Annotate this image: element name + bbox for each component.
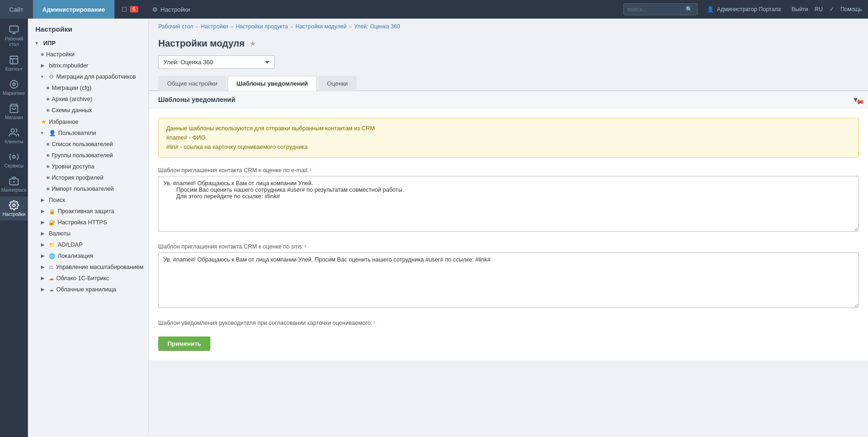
tab-general[interactable]: Общие настройки [158, 76, 226, 91]
sidebar-item-marketing[interactable]: Маркетинг [0, 75, 28, 100]
tree-label-bitrix-cloud: Облако 1С-Битрикс [56, 275, 109, 282]
tree-item-https[interactable]: ▶ 🔐 Настройка HTTPS [28, 217, 148, 228]
tree-dot-user-groups [47, 154, 49, 157]
email-textarea[interactable]: Ув. #name#! Обращаюсь к Вам от лица комп… [158, 176, 859, 232]
tree-item-search[interactable]: ▶ Поиск [28, 195, 148, 206]
manager-required-star: ¹ [373, 320, 375, 326]
search-input[interactable] [627, 6, 683, 13]
apply-button[interactable]: Применить [158, 336, 210, 351]
tree-item-localization[interactable]: ▶ 🌐 Локализация [28, 250, 148, 262]
tree-item-currencies[interactable]: ▶ Валюты [28, 228, 148, 239]
module-dropdown-wrapper: Улей: Оценка 360 [158, 55, 859, 69]
module-select[interactable]: Улей: Оценка 360 [158, 55, 275, 69]
tree-label-https: Настройка HTTPS [58, 219, 107, 226]
settings-link[interactable]: ⚙ Настройки [145, 0, 197, 19]
tree-item-favorites[interactable]: ★ Избранное [28, 116, 148, 128]
tree-dot-archive [47, 98, 49, 101]
tree-item-user-groups[interactable]: Группы пользователей [28, 150, 148, 161]
email-form-group: Шаблон приглашения контакта CRM к оценке… [158, 167, 859, 233]
tree-item-cloud-storage[interactable]: ▶ ☁ Облачные хранилища [28, 284, 148, 295]
info-box: Данные шаблоны используются для отправки… [158, 118, 859, 158]
tree-label-scaling: Управление масштабированием [56, 264, 143, 270]
sms-required-star: ² [304, 244, 306, 249]
site-tab[interactable]: Сайт [0, 0, 33, 19]
tree-item-migrations-cfg[interactable]: Миграции (cfg) [28, 82, 148, 94]
sidebar-item-services[interactable]: Сервисы [0, 148, 28, 172]
tree-item-archive[interactable]: Архив (archive) [28, 94, 148, 105]
sidebar-item-settings[interactable]: Настройки [0, 196, 28, 221]
sidebar-icon-label-clients: Клиенты [5, 139, 23, 144]
tree-label-schema: Схемы данных [52, 107, 92, 114]
notifications-link[interactable]: ☐ 5 [114, 0, 145, 19]
admin-tab[interactable]: Администрирование [33, 0, 114, 19]
tree-arrow-cloud-storage: ▶ [41, 287, 47, 292]
user-menu[interactable]: 👤 Администратор Портала [702, 6, 785, 13]
breadcrumb-sep-2: » [230, 24, 233, 29]
breadcrumb-current[interactable]: Улей: Оценка 360 [354, 23, 400, 30]
info-line3: #lin# - ссылка на карточку оцениваемого … [166, 142, 851, 152]
breadcrumb-settings[interactable]: Настройки [201, 23, 228, 30]
tab-notifications[interactable]: Шаблоны уведомлений [228, 76, 317, 91]
tree-item-schema[interactable]: Схемы данных [28, 105, 148, 116]
sidebar-item-marketplace[interactable]: Marketplace [0, 172, 28, 196]
breadcrumb-product-settings[interactable]: Настройки продукта [236, 23, 288, 30]
tree-icon-scaling: ⚖ [49, 264, 54, 270]
tree-item-ipr[interactable]: ▾ ИПР [28, 38, 148, 49]
tree-item-import-users[interactable]: Импорт пользователей [28, 183, 148, 195]
svg-point-14 [13, 204, 15, 207]
info-line1: Данные шаблоны используются для отправки… [166, 124, 851, 133]
tree-arrow-scaling: ▶ [41, 264, 47, 270]
tree-arrow-bitrix-cloud: ▶ [41, 276, 47, 281]
star-icon-favorites: ★ [41, 118, 47, 125]
tree-item-scaling[interactable]: ▶ ⚖ Управление масштабированием [28, 262, 148, 273]
tree-item-adldap[interactable]: ▶ 📁 AD/LDAP [28, 239, 148, 250]
breadcrumb-sep-3: » [290, 24, 293, 29]
tree-arrow-migrations: ▾ [41, 74, 47, 80]
tab-reviews[interactable]: Оценки [318, 76, 357, 91]
tree-item-bitrix-cloud[interactable]: ▶ ☁ Облако 1С-Битрикс [28, 273, 148, 284]
sidebar-item-desktop[interactable]: Рабочий стол [0, 21, 28, 51]
sidebar-icon-label-settings: Настройки [2, 212, 25, 217]
tree-arrow-ipr: ▾ [35, 40, 41, 46]
tree-item-nastroiki[interactable]: Настройки [28, 49, 148, 60]
search-icon: 🔍 [686, 6, 693, 13]
breadcrumb-module-settings[interactable]: Настройки модулей [296, 23, 347, 30]
tree-dot-user-list [47, 143, 49, 146]
info-line2: #name# - ФИО [166, 133, 851, 142]
tree-item-user-list[interactable]: Список пользователей [28, 139, 148, 150]
tree-icon-https: 🔐 [49, 220, 55, 226]
email-label: Шаблон приглашения контакта CRM к оценке… [158, 167, 859, 174]
tree-label-access-levels: Уровни доступа [52, 163, 94, 170]
sms-textarea[interactable]: Ув. #name#! Обращаюсь к Вам от лица комп… [158, 252, 859, 308]
tree-item-profile-history[interactable]: История профилей [28, 172, 148, 183]
page-header: Настройки модуля ★ [149, 34, 868, 55]
tree-label-cloud-storage: Облачные хранилища [56, 286, 116, 293]
tree-item-mpbuilder[interactable]: ▶ bitrix.mpbuilder [28, 60, 148, 71]
tree-icon-cloud-storage: ☁ [49, 287, 54, 293]
tree-item-migrations[interactable]: ▾ ⚙ Миграции для разработчиков [28, 71, 148, 82]
lang-selector[interactable]: RU [812, 6, 825, 13]
tree-item-users[interactable]: ▾ 👤 Пользователи [28, 128, 148, 139]
tree-dot-nastroiki [41, 53, 44, 56]
manager-label: Шаблон уведомления руководителя при согл… [158, 320, 859, 326]
tree-arrow-users: ▾ [41, 130, 47, 136]
sidebar-item-clients[interactable]: Клиенты [0, 124, 28, 148]
sidebar-item-shop[interactable]: Магазин [0, 100, 28, 124]
svg-rect-3 [10, 56, 18, 64]
user-icon: 👤 [707, 6, 714, 13]
sidebar-item-content[interactable]: Контент [0, 51, 28, 75]
tree-label-migrations-cfg: Миграции (cfg) [52, 85, 91, 91]
tree-item-proactive[interactable]: ▶ 🔒 Проактивная защита [28, 206, 148, 217]
tree-label-search: Поиск [49, 197, 65, 203]
tree-dot-migrations-cfg [47, 87, 49, 89]
tree-item-access-levels[interactable]: Уровни доступа [28, 161, 148, 172]
sidebar-icon-label-shop: Магазин [5, 115, 23, 120]
email-required-star: ¹ [310, 168, 311, 173]
breadcrumb-desktop[interactable]: Рабочий стол [158, 23, 193, 30]
favorite-star-icon[interactable]: ★ [249, 39, 256, 48]
breadcrumb-sep-1: » [195, 24, 198, 29]
help-link[interactable]: Помощь [838, 6, 864, 13]
tree-arrow-currencies: ▶ [41, 231, 47, 236]
logout-link[interactable]: Выйти [789, 6, 811, 13]
tree-arrow-https: ▶ [41, 220, 47, 225]
